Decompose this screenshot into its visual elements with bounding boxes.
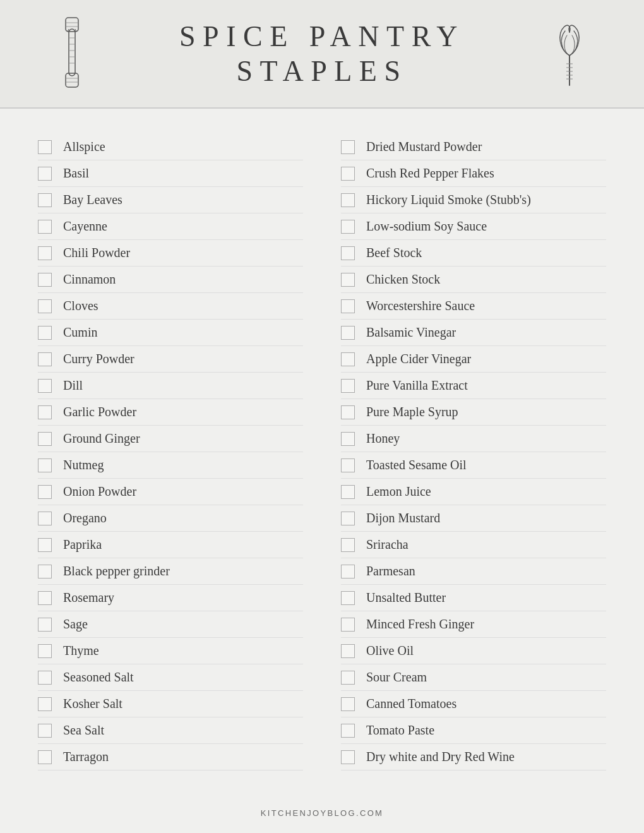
checkbox[interactable]: [341, 485, 355, 499]
checkbox[interactable]: [341, 246, 355, 260]
item-label: Sea Salt: [63, 723, 104, 738]
checkbox[interactable]: [38, 750, 52, 764]
checkbox[interactable]: [38, 697, 52, 711]
item-label: Garlic Powder: [63, 405, 136, 419]
checkbox[interactable]: [38, 352, 52, 366]
checkbox[interactable]: [341, 220, 355, 234]
item-label: Beef Stock: [366, 246, 422, 260]
item-label: Oregano: [63, 511, 107, 525]
checkbox[interactable]: [38, 724, 52, 738]
checkbox[interactable]: [341, 644, 355, 658]
item-label: Tarragon: [63, 750, 109, 764]
page-title: SPICE PANTRY STAPLES: [179, 19, 465, 88]
item-label: Ground Ginger: [63, 431, 140, 446]
checkbox[interactable]: [341, 299, 355, 313]
checkbox[interactable]: [341, 273, 355, 287]
checkbox[interactable]: [341, 697, 355, 711]
checkbox[interactable]: [38, 193, 52, 207]
checkbox[interactable]: [38, 485, 52, 499]
item-label: Toasted Sesame Oil: [366, 458, 467, 472]
checkbox[interactable]: [341, 405, 355, 419]
checkbox[interactable]: [38, 644, 52, 658]
checkbox[interactable]: [341, 193, 355, 207]
list-item: Dry white and Dry Red Wine: [341, 744, 606, 770]
checkbox[interactable]: [38, 405, 52, 419]
item-label: Cayenne: [63, 219, 107, 234]
content-area: Allspice Dried Mustard Powder Basil Crus…: [0, 109, 644, 797]
item-label: Chicken Stock: [366, 272, 440, 287]
checkbox[interactable]: [38, 220, 52, 234]
checkbox[interactable]: [38, 671, 52, 685]
item-label: Seasoned Salt: [63, 670, 134, 685]
item-label: Low-sodium Soy Sauce: [366, 219, 487, 234]
checkbox[interactable]: [38, 140, 52, 154]
checkbox[interactable]: [341, 591, 355, 605]
list-item: Honey: [341, 426, 606, 452]
checkbox[interactable]: [38, 432, 52, 446]
list-item: Apple Cider Vinegar: [341, 346, 606, 373]
checklist-grid: Allspice Dried Mustard Powder Basil Crus…: [38, 134, 606, 770]
svg-rect-0: [69, 29, 75, 76]
list-item: Olive Oil: [341, 638, 606, 664]
list-item: Dill: [38, 373, 303, 399]
item-label: Dried Mustard Powder: [366, 140, 482, 154]
checkbox[interactable]: [341, 671, 355, 685]
checkbox[interactable]: [341, 326, 355, 340]
list-item: Dijon Mustard: [341, 505, 606, 532]
item-label: Sage: [63, 617, 88, 632]
checkbox[interactable]: [38, 379, 52, 393]
checkbox[interactable]: [38, 273, 52, 287]
list-item: Sage: [38, 611, 303, 638]
list-item: Pure Maple Syrup: [341, 399, 606, 426]
item-label: Hickory Liquid Smoke (Stubb's): [366, 193, 531, 207]
list-item: Sriracha: [341, 532, 606, 558]
list-item: Bay Leaves: [38, 187, 303, 213]
checkbox[interactable]: [38, 565, 52, 578]
checkbox[interactable]: [38, 326, 52, 340]
item-label: Sriracha: [366, 537, 408, 552]
list-item: Sea Salt: [38, 717, 303, 744]
checkbox[interactable]: [341, 750, 355, 764]
checkbox[interactable]: [38, 591, 52, 605]
item-label: Crush Red Pepper Flakes: [366, 166, 494, 181]
checkbox[interactable]: [341, 140, 355, 154]
checkbox[interactable]: [38, 618, 52, 632]
checkbox[interactable]: [38, 512, 52, 525]
whisk-icon: [552, 15, 587, 93]
item-label: Lemon Juice: [366, 484, 431, 499]
item-label: Allspice: [63, 140, 105, 154]
list-item: Chicken Stock: [341, 267, 606, 293]
checkbox[interactable]: [38, 246, 52, 260]
list-item: Onion Powder: [38, 479, 303, 505]
checkbox[interactable]: [38, 458, 52, 472]
item-label: Cumin: [63, 325, 97, 340]
checkbox[interactable]: [38, 167, 52, 181]
checkbox[interactable]: [341, 618, 355, 632]
checkbox[interactable]: [341, 565, 355, 578]
item-label: Apple Cider Vinegar: [366, 352, 471, 366]
item-label: Paprika: [63, 537, 102, 552]
item-label: Kosher Salt: [63, 697, 122, 711]
item-label: Dijon Mustard: [366, 511, 440, 525]
list-item: Balsamic Vinegar: [341, 320, 606, 346]
checkbox[interactable]: [341, 432, 355, 446]
list-item: Ground Ginger: [38, 426, 303, 452]
checkbox[interactable]: [341, 352, 355, 366]
checkbox[interactable]: [38, 299, 52, 313]
list-item: Chili Powder: [38, 240, 303, 267]
checkbox[interactable]: [341, 167, 355, 181]
list-item: Lemon Juice: [341, 479, 606, 505]
item-label: Black pepper grinder: [63, 564, 170, 578]
item-label: Dry white and Dry Red Wine: [366, 750, 515, 764]
item-label: Cloves: [63, 299, 98, 313]
checkbox[interactable]: [341, 458, 355, 472]
checkbox[interactable]: [341, 538, 355, 552]
checkbox[interactable]: [341, 512, 355, 525]
checkbox[interactable]: [341, 724, 355, 738]
list-item: Hickory Liquid Smoke (Stubb's): [341, 187, 606, 213]
checkbox[interactable]: [341, 379, 355, 393]
item-label: Nutmeg: [63, 458, 104, 472]
footer-text: KITCHENJOYBLOG.COM: [261, 808, 384, 818]
item-label: Parmesan: [366, 564, 415, 578]
checkbox[interactable]: [38, 538, 52, 552]
